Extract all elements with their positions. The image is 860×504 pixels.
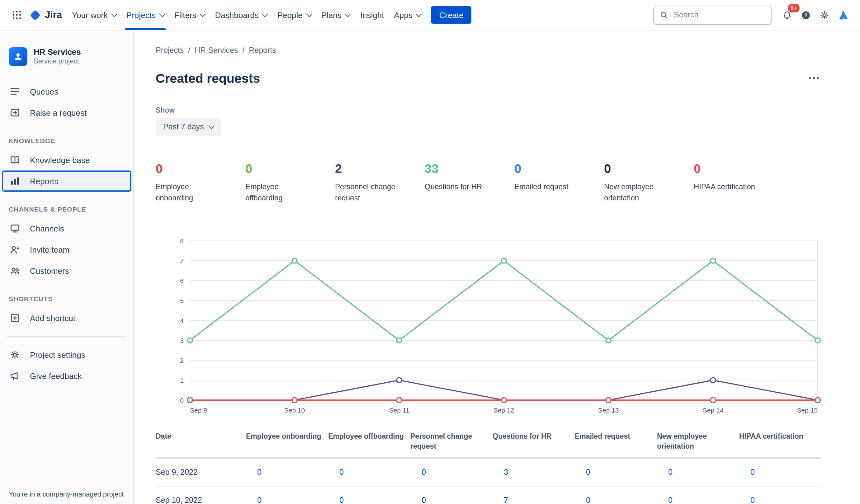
y-axis-label: 8 bbox=[180, 238, 184, 245]
table-header-employee-offboarding: Employee offboarding bbox=[328, 429, 411, 458]
chevron-down-icon bbox=[306, 11, 312, 17]
atlassian-button[interactable] bbox=[834, 5, 852, 24]
table-cell: 0 bbox=[328, 487, 411, 504]
table-cell: 0 bbox=[328, 458, 411, 487]
stat-questions-for-hr: 33 Questions for HR bbox=[425, 162, 514, 204]
breadcrumb-separator: / bbox=[188, 46, 190, 55]
table-header-date: Date bbox=[156, 429, 246, 458]
breadcrumb-projects[interactable]: Projects bbox=[156, 46, 184, 55]
notifications-button[interactable]: 9+ bbox=[778, 5, 797, 24]
search-input[interactable] bbox=[673, 10, 756, 20]
breadcrumb-separator: / bbox=[242, 46, 244, 55]
table-cell-link[interactable]: 0 bbox=[668, 496, 673, 504]
table-cell-date: Sep 9, 2022 bbox=[156, 458, 246, 487]
table-cell-link[interactable]: 7 bbox=[504, 496, 508, 504]
atlassian-icon bbox=[837, 9, 849, 21]
table-cell: 0 bbox=[246, 487, 328, 504]
table-cell-link[interactable]: 0 bbox=[421, 468, 426, 477]
data-point-employee-onboarding bbox=[292, 398, 297, 403]
sidebar-section-channels-people: CHANNELS & PEOPLE bbox=[0, 205, 133, 213]
sidebar-item-reports[interactable]: Reports bbox=[2, 171, 131, 192]
data-point-questions-for-hr bbox=[397, 338, 402, 343]
data-point-employee-onboarding bbox=[815, 398, 820, 403]
table-cell: 0 bbox=[575, 487, 657, 504]
data-point-questions-for-hr bbox=[711, 258, 716, 264]
sidebar-item-customers[interactable]: Customers bbox=[0, 260, 133, 281]
megaphone-icon bbox=[9, 370, 21, 382]
nav-insight[interactable]: Insight bbox=[355, 0, 389, 30]
svg-text:?: ? bbox=[804, 12, 807, 18]
sidebar-item-invite-team[interactable]: Invite team bbox=[0, 239, 133, 260]
jira-logo-icon bbox=[29, 9, 42, 21]
data-point-questions-for-hr bbox=[815, 338, 820, 343]
sidebar-item-add-shortcut[interactable]: Add shortcut bbox=[0, 307, 133, 328]
top-navigation-bar: Jira Your work Projects Filters Dashboar… bbox=[0, 0, 860, 30]
nav-projects[interactable]: Projects bbox=[121, 0, 169, 30]
gear-icon bbox=[9, 349, 21, 361]
table-cell-link[interactable]: 0 bbox=[339, 468, 344, 477]
table-cell-link[interactable]: 0 bbox=[257, 496, 261, 504]
table-cell-link[interactable]: 3 bbox=[504, 468, 508, 477]
table-cell: 0 bbox=[657, 487, 739, 504]
sidebar-item-raise-a-request[interactable]: Raise a request bbox=[0, 102, 133, 123]
person-plus-icon bbox=[9, 243, 21, 256]
y-axis-label: 6 bbox=[180, 278, 184, 285]
table-header-employee-onboarding: Employee onboarding bbox=[246, 429, 328, 458]
table-cell-link[interactable]: 0 bbox=[586, 496, 590, 504]
data-point-questions-for-hr bbox=[292, 258, 297, 264]
data-point-employee-onboarding bbox=[711, 398, 716, 403]
nav-filters[interactable]: Filters bbox=[169, 0, 210, 30]
search-box[interactable] bbox=[653, 5, 772, 25]
help-icon: ? bbox=[800, 9, 812, 21]
breadcrumb-hr-services[interactable]: HR Services bbox=[195, 46, 238, 55]
sidebar-item-knowledge-base[interactable]: Knowledge base bbox=[0, 149, 133, 171]
table-cell: 0 bbox=[657, 458, 739, 487]
book-icon bbox=[9, 154, 21, 166]
sidebar-item-project-settings[interactable]: Project settings bbox=[0, 344, 133, 365]
table-cell: 0 bbox=[411, 458, 492, 487]
grid-icon bbox=[11, 9, 23, 21]
table-cell: 7 bbox=[492, 487, 575, 504]
y-axis-label: 1 bbox=[180, 377, 184, 384]
table-cell-link[interactable]: 0 bbox=[339, 496, 344, 504]
table-cell-link[interactable]: 0 bbox=[668, 468, 673, 477]
data-point-personnel-change-request bbox=[711, 378, 716, 383]
date-range-dropdown[interactable]: Past 7 days bbox=[156, 118, 221, 137]
show-filter-label: Show bbox=[156, 107, 823, 114]
table-cell-link[interactable]: 0 bbox=[257, 468, 261, 477]
help-button[interactable]: ? bbox=[797, 5, 815, 24]
sidebar-item-give-feedback[interactable]: Give feedback bbox=[0, 365, 133, 386]
nav-apps[interactable]: Apps bbox=[389, 0, 426, 30]
table-cell-link[interactable]: 0 bbox=[750, 468, 755, 477]
stat-employee-onboarding: 0 Employee onboarding bbox=[156, 162, 245, 204]
nav-dashboards[interactable]: Dashboards bbox=[210, 0, 272, 30]
stat-emailed-request: 0 Emailed request bbox=[514, 162, 604, 204]
breadcrumb-reports[interactable]: Reports bbox=[249, 46, 276, 55]
request-type-stats: 0 Employee onboarding 0 Employee offboar… bbox=[156, 162, 823, 204]
table-header-emailed-request: Emailed request bbox=[575, 429, 657, 458]
table-cell-link[interactable]: 0 bbox=[421, 496, 426, 504]
table-cell-date: Sep 10, 2022 bbox=[156, 487, 246, 504]
more-options-button[interactable] bbox=[805, 73, 823, 83]
sidebar-item-queues[interactable]: Queues bbox=[0, 81, 133, 102]
app-switcher-icon[interactable] bbox=[8, 5, 26, 24]
nav-people[interactable]: People bbox=[272, 0, 316, 30]
y-axis-label: 0 bbox=[180, 397, 184, 404]
jira-logo[interactable]: Jira bbox=[26, 9, 67, 21]
page-title: Created requests bbox=[156, 71, 260, 86]
nav-your-work[interactable]: Your work bbox=[67, 0, 121, 30]
data-point-questions-for-hr bbox=[501, 258, 506, 264]
chevron-down-icon bbox=[345, 11, 351, 17]
table-cell-link[interactable]: 0 bbox=[586, 468, 590, 477]
chevron-down-icon bbox=[209, 123, 215, 129]
table-cell: 0 bbox=[739, 487, 821, 504]
nav-plans[interactable]: Plans bbox=[316, 0, 355, 30]
x-axis-label: Sep 13 bbox=[598, 407, 619, 414]
create-button[interactable]: Create bbox=[431, 6, 472, 24]
sidebar-item-channels[interactable]: Channels bbox=[0, 218, 133, 239]
table-cell-link[interactable]: 0 bbox=[750, 496, 755, 504]
table-header-personnel-change-request: Personnel change request bbox=[411, 429, 492, 458]
chevron-down-icon bbox=[111, 11, 117, 17]
settings-button[interactable] bbox=[815, 5, 834, 24]
primary-nav: Your work Projects Filters Dashboards Pe… bbox=[67, 0, 426, 30]
